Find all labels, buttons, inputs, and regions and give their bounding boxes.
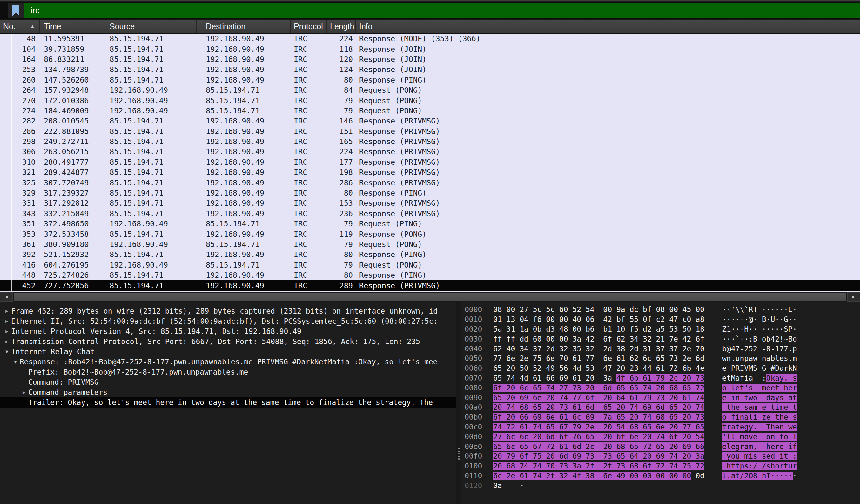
hex-byte[interactable]: 74 bbox=[519, 462, 528, 470]
hex-byte[interactable]: 69 bbox=[533, 413, 542, 421]
ascii-char[interactable]: t bbox=[744, 394, 748, 402]
ascii-char[interactable]: 1 bbox=[727, 325, 731, 333]
ascii-char[interactable]: M bbox=[731, 374, 735, 382]
hex-byte[interactable]: 70 bbox=[546, 462, 555, 470]
ascii-char[interactable]: d bbox=[766, 394, 771, 402]
hex-byte[interactable]: 32 bbox=[559, 472, 568, 480]
hex-byte[interactable]: 74 bbox=[629, 403, 638, 411]
ascii-char[interactable] bbox=[784, 423, 788, 431]
ascii-char[interactable]: 7 bbox=[779, 345, 784, 353]
ascii-char[interactable]: e bbox=[722, 364, 727, 372]
hex-byte[interactable]: 20 bbox=[586, 384, 594, 392]
hex-byte[interactable]: bf bbox=[616, 315, 625, 323]
hex-byte[interactable]: 20 bbox=[546, 403, 555, 411]
ascii-char[interactable]: t bbox=[731, 462, 735, 470]
hex-byte[interactable]: 74 bbox=[669, 462, 678, 470]
hex-byte[interactable]: 6c bbox=[519, 433, 528, 441]
hex-byte[interactable]: 6d bbox=[546, 433, 555, 441]
ascii-char[interactable] bbox=[766, 364, 771, 372]
hex-byte[interactable]: 6f bbox=[586, 394, 594, 402]
hex-byte[interactable]: 52 bbox=[533, 364, 542, 372]
ascii-char[interactable]: G bbox=[784, 315, 788, 323]
ascii-char[interactable]: B bbox=[788, 335, 793, 343]
hex-byte[interactable]: 2e bbox=[506, 472, 515, 480]
ascii-char[interactable]: Z bbox=[722, 325, 727, 333]
ascii-char[interactable]: f bbox=[731, 413, 735, 421]
hex-byte[interactable]: 40 bbox=[572, 315, 581, 323]
ascii-char[interactable]: · bbox=[766, 315, 771, 323]
hex-byte[interactable]: 00 bbox=[546, 315, 555, 323]
hex-byte[interactable]: 68 bbox=[616, 442, 625, 451]
hex-row[interactable]: 00b06f 20 66 69 6e 61 6c 69 7a 65 20 74 … bbox=[461, 412, 860, 422]
hex-byte[interactable]: 79 bbox=[643, 394, 652, 402]
ascii-char[interactable]: M bbox=[748, 364, 753, 372]
hex-byte[interactable]: 48 bbox=[559, 325, 568, 333]
tree-collapsed-icon[interactable]: ▶ bbox=[2, 339, 11, 344]
ascii-char[interactable]: ! bbox=[779, 335, 784, 343]
hex-byte[interactable]: 72 bbox=[656, 462, 665, 470]
ascii-char[interactable]: a bbox=[731, 472, 735, 480]
hex-byte[interactable]: 47 bbox=[669, 315, 678, 323]
ascii-char[interactable]: m bbox=[779, 403, 784, 411]
ascii-char[interactable]: o bbox=[744, 433, 748, 441]
hex-byte[interactable]: c2 bbox=[656, 315, 665, 323]
ascii-char[interactable]: i bbox=[748, 452, 753, 460]
hex-byte[interactable]: 61 bbox=[683, 394, 691, 402]
filter-bookmark-button[interactable] bbox=[8, 3, 24, 18]
hex-byte[interactable]: 20 bbox=[506, 364, 515, 372]
hex-byte[interactable]: 69 bbox=[643, 403, 652, 411]
hex-byte[interactable]: 27 bbox=[519, 305, 528, 314]
hex-row[interactable]: 00205a 31 1a 0b d3 48 00 b6 b1 10 f5 d2 … bbox=[461, 324, 860, 334]
hex-byte[interactable]: 6e bbox=[533, 394, 542, 402]
ascii-char[interactable]: f bbox=[740, 374, 744, 382]
hex-byte[interactable]: 74 bbox=[533, 472, 542, 480]
ascii-char[interactable]: s bbox=[793, 413, 797, 421]
detail-line[interactable]: ▶Command parameters bbox=[0, 387, 456, 397]
ascii-char[interactable]: · bbox=[784, 472, 788, 480]
hex-byte[interactable]: 69 bbox=[572, 452, 581, 460]
hex-byte[interactable]: 2c bbox=[669, 374, 678, 382]
hex-byte[interactable]: 23 bbox=[629, 364, 638, 372]
hex-byte[interactable]: 20 bbox=[616, 403, 625, 411]
hex-row[interactable]: 000008 00 27 5c 5c 60 52 54 00 9a dc bf … bbox=[461, 305, 860, 314]
ascii-char[interactable]: u bbox=[735, 452, 740, 460]
hex-byte[interactable]: 6d bbox=[586, 403, 594, 411]
ascii-char[interactable]: e bbox=[731, 442, 735, 451]
hex-byte[interactable]: 75 bbox=[533, 452, 542, 460]
hex-byte[interactable]: 56 bbox=[559, 364, 568, 372]
hex-byte[interactable]: c0 bbox=[683, 315, 691, 323]
ascii-char[interactable]: S bbox=[753, 364, 757, 372]
packet-row[interactable]: 264157.932948192.168.90.4985.15.194.71IR… bbox=[0, 85, 860, 95]
ascii-char[interactable]: b bbox=[771, 354, 775, 362]
ascii-char[interactable]: e bbox=[779, 354, 784, 362]
hex-byte[interactable]: 42 bbox=[603, 315, 612, 323]
ascii-char[interactable]: h bbox=[731, 403, 735, 411]
hex-byte[interactable]: 2d bbox=[603, 345, 612, 353]
ascii-char[interactable]: 2 bbox=[744, 472, 748, 480]
hex-row[interactable]: 001001 13 04 f6 00 00 40 06 42 bf 55 0f … bbox=[461, 314, 860, 324]
hex-byte[interactable]: 72 bbox=[506, 423, 515, 431]
hex-byte[interactable]: 74 bbox=[506, 374, 515, 382]
hex-byte[interactable]: 6f bbox=[603, 335, 612, 343]
ascii-char[interactable]: 8 bbox=[766, 345, 771, 353]
hex-byte[interactable]: 67 bbox=[533, 442, 542, 451]
hex-row[interactable]: 00d027 6c 6c 20 6d 6f 76 65 20 6f 6e 20 … bbox=[461, 432, 860, 442]
hex-byte[interactable]: 4e bbox=[696, 364, 704, 372]
hex-byte[interactable]: 54 bbox=[696, 433, 704, 441]
ascii-char[interactable] bbox=[727, 364, 731, 372]
tree-collapsed-icon[interactable]: ▶ bbox=[2, 328, 11, 334]
hex-byte[interactable]: 61 bbox=[572, 403, 581, 411]
hex-byte[interactable]: b1 bbox=[603, 325, 612, 333]
hex-byte[interactable]: 73 bbox=[559, 403, 568, 411]
hex-row[interactable]: 01106c 2e 61 74 2f 32 4f 38 6e 49 00 00 … bbox=[461, 471, 860, 481]
hex-byte[interactable]: 76 bbox=[572, 433, 581, 441]
ascii-char[interactable]: r bbox=[793, 384, 797, 392]
hex-byte[interactable]: 00 bbox=[669, 472, 678, 480]
hex-byte[interactable]: 73 bbox=[656, 394, 665, 402]
hex-byte[interactable]: 65 bbox=[656, 442, 665, 451]
hex-byte[interactable]: 2e bbox=[586, 423, 594, 431]
hex-byte[interactable]: 69 bbox=[683, 442, 691, 451]
hex-byte[interactable]: 61 bbox=[519, 472, 528, 480]
hex-row[interactable]: 00806f 20 6c 65 74 27 73 20 6d 65 65 74 … bbox=[461, 383, 860, 392]
ascii-char[interactable]: R bbox=[748, 305, 753, 314]
